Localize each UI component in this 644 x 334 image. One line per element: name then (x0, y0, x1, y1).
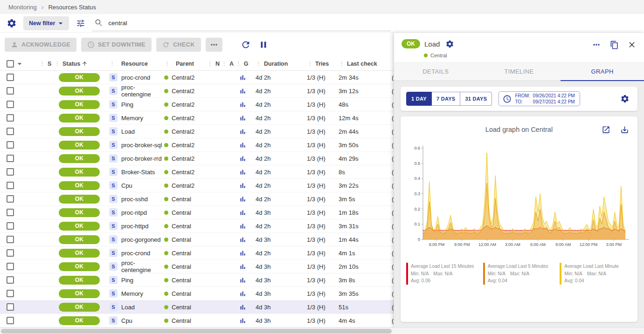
more-actions-button[interactable] (206, 38, 222, 52)
resource-name[interactable]: Memory (121, 115, 143, 122)
table-row[interactable]: OKSproc-gorgonedCentral4d 3h1/3 (H)1m 44… (0, 233, 394, 246)
graph-icon[interactable] (239, 290, 247, 298)
parent-name[interactable]: Central (172, 317, 191, 324)
table-row[interactable]: OKSproc-broker-rrdCentral24d 2h1/3 (H)4m… (0, 152, 394, 165)
table-row[interactable]: OKSproc-crondCentral24d 2h1/3 (H)2m 34s( (0, 71, 394, 84)
check-button[interactable]: CHECK (156, 38, 201, 52)
pause-button[interactable] (257, 38, 270, 51)
resource-name[interactable]: proc-gorgoned (121, 236, 161, 243)
tab-graph[interactable]: GRAPH (561, 62, 644, 81)
resource-name[interactable]: proc-crond (121, 74, 150, 81)
download-graph-button[interactable] (619, 124, 630, 135)
legend-item[interactable]: Average Load Last 15 MinutesMin: N/AMax:… (406, 263, 478, 285)
graph-icon[interactable] (239, 263, 247, 271)
breadcrumb-monitoring[interactable]: Monitoring (8, 4, 37, 11)
resource-name[interactable]: proc-centengine (121, 84, 162, 98)
graph-icon[interactable] (239, 114, 247, 122)
search-input[interactable] (107, 19, 389, 27)
parent-name[interactable]: Central2 (172, 182, 194, 189)
parent-name[interactable]: Central (172, 209, 191, 216)
resource-name[interactable]: Broker-Stats (121, 169, 155, 176)
row-checkbox[interactable] (7, 101, 14, 108)
resource-name[interactable]: Ping (121, 277, 133, 284)
column-header-status[interactable]: ⋮Status (51, 57, 107, 70)
graph-icon[interactable] (239, 168, 247, 176)
row-checkbox[interactable] (7, 195, 14, 203)
row-checkbox[interactable] (7, 87, 14, 95)
column-header-resource[interactable]: ⋮Resource (107, 57, 162, 70)
graph-icon[interactable] (239, 209, 247, 217)
select-menu-caret-icon[interactable] (15, 59, 24, 68)
graph-icon[interactable] (239, 303, 247, 311)
row-checkbox[interactable] (7, 236, 14, 243)
time-button-7-days[interactable]: 7 DAYS (432, 92, 461, 106)
tab-details[interactable]: DETAILS (394, 62, 478, 81)
resource-name[interactable]: proc-sshd (121, 196, 148, 203)
row-checkbox[interactable] (7, 74, 14, 81)
row-checkbox[interactable] (7, 114, 14, 122)
table-row[interactable]: OKSCpuCentral24d 2h1/3 (H)3m 22s( (0, 179, 394, 192)
parent-name[interactable]: Central (172, 290, 191, 297)
resource-name[interactable]: Cpu (121, 317, 132, 324)
graph-icon[interactable] (239, 155, 247, 163)
parent-name[interactable]: Central2 (172, 101, 194, 108)
resource-name[interactable]: proc-broker-sql (121, 142, 162, 149)
resource-name[interactable]: proc-broker-rrd (121, 155, 162, 162)
resource-name[interactable]: Memory (121, 290, 143, 297)
table-row[interactable]: OKSproc-sshdCentral4d 2h1/3 (H)3m 5s( (0, 192, 394, 206)
graph-settings-gear-icon[interactable] (618, 92, 632, 106)
table-row[interactable]: OKSCpuCentral4d 3h1/3 (H)4m 4s( (0, 314, 394, 327)
row-checkbox[interactable] (7, 303, 14, 311)
load-graph[interactable]: 00.10.20.30.40.50.66:00 PM9:00 PM12:00 A… (406, 143, 632, 257)
table-row[interactable]: OKSLoadCentral4d 3h1/3 (H)51s( (0, 300, 394, 314)
legend-item[interactable]: Average Load Last MinuteMin: N/AMax: N/A… (560, 263, 632, 285)
row-checkbox[interactable] (7, 290, 14, 297)
table-row[interactable]: OKSMemoryCentral24d 2h1/3 (H)12m 4s( (0, 111, 394, 125)
table-row[interactable]: OKSproc-ntpdCentral4d 3h1/3 (H)1m 18s( (0, 206, 394, 219)
parent-name[interactable]: Central2 (172, 155, 194, 162)
resource-name[interactable]: Load (121, 304, 135, 311)
parent-name[interactable]: Central (172, 250, 191, 257)
graph-icon[interactable] (239, 317, 247, 325)
parent-name[interactable]: Central (172, 277, 191, 284)
parent-name[interactable]: Central2 (172, 74, 194, 81)
row-checkbox[interactable] (7, 128, 14, 135)
row-checkbox[interactable] (7, 168, 14, 176)
resource-name[interactable]: Cpu (121, 182, 132, 189)
column-header-graph[interactable]: ⋮G (235, 57, 250, 70)
graph-icon[interactable] (239, 128, 247, 136)
parent-name[interactable]: Central (172, 263, 191, 270)
table-row[interactable]: OKSBroker-StatsCentral24d 2h1/3 (H)8s( (0, 165, 394, 179)
graph-icon[interactable] (239, 87, 247, 95)
acknowledge-button[interactable]: ACKNOWLEDGE (5, 38, 76, 52)
breadcrumb-resources-status[interactable]: Resources Status (48, 4, 96, 11)
tab-timeline[interactable]: TIMELINE (478, 62, 561, 81)
time-button-31-days[interactable]: 31 DAYS (460, 92, 492, 106)
column-header-duration[interactable]: ⋮Duration (250, 57, 305, 70)
parent-name[interactable]: Central2 (172, 115, 194, 122)
horizontal-scrollbar[interactable] (0, 327, 644, 334)
column-header-action[interactable]: ⋮A (221, 57, 235, 70)
graph-icon[interactable] (239, 195, 247, 203)
filter-tune-icon[interactable] (74, 16, 88, 30)
graph-icon[interactable] (239, 222, 247, 230)
column-header-tries[interactable]: ⋮Tries (305, 57, 335, 70)
refresh-button[interactable] (239, 38, 252, 51)
date-range-chip[interactable]: FROM: 09/26/2021 4:22 PM TO: 09/27/2021 … (499, 91, 580, 106)
parent-name[interactable]: Central2 (172, 169, 194, 176)
legend-item[interactable]: Average Load Last 5 MinutesMin: N/AMax: … (483, 263, 555, 285)
close-panel-button[interactable] (625, 38, 638, 51)
graph-icon[interactable] (239, 249, 247, 257)
row-checkbox[interactable] (7, 155, 14, 162)
table-row[interactable]: OKSPingCentral24d 2h1/3 (H)48s( (0, 98, 394, 111)
row-checkbox[interactable] (7, 209, 14, 216)
table-row[interactable]: OKSLoadCentral24d 2h1/3 (H)2m 44s( (0, 125, 394, 138)
column-header-notes[interactable]: ⋮N (207, 57, 221, 70)
row-checkbox[interactable] (7, 263, 14, 270)
table-row[interactable]: OKSproc-broker-sqlCentral24d 2h1/3 (H)3m… (0, 138, 394, 152)
table-row[interactable]: OKSproc-centengineCentral24d 2h1/3 (H)3m… (0, 84, 394, 98)
new-filter-button[interactable]: New filter (23, 16, 69, 30)
filter-settings-gear-icon[interactable] (5, 16, 19, 30)
select-all-checkbox[interactable] (7, 60, 14, 68)
resource-name[interactable]: proc-ntpd (121, 209, 147, 216)
